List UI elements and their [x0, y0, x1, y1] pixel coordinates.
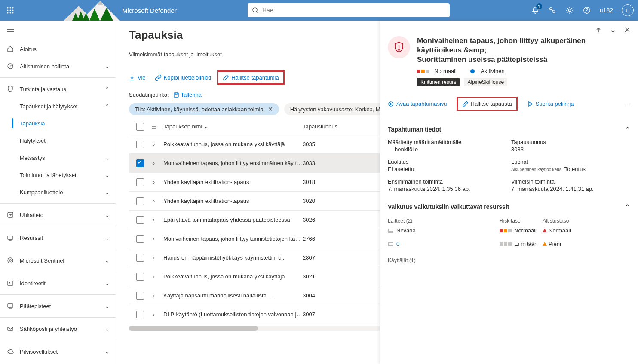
- notifications-icon[interactable]: 1: [531, 6, 540, 15]
- select-all-checkbox[interactable]: [136, 123, 144, 131]
- row-name: Yhden käyttäjän exfiltration-tapaus: [161, 179, 303, 185]
- row-id: 3026: [303, 217, 333, 223]
- list-icon[interactable]: [147, 124, 161, 130]
- nav-separator: [0, 272, 116, 272]
- expand-icon[interactable]: ›: [153, 198, 155, 204]
- row-checkbox[interactable]: [136, 235, 144, 243]
- nav-actions[interactable]: Toiminnot ja lähetykset ⌄: [0, 166, 116, 184]
- nav-email[interactable]: Sähköposti ja yhteistyö ⌄: [0, 320, 116, 337]
- row-checkbox[interactable]: [136, 197, 144, 205]
- panel-down-icon[interactable]: [610, 27, 617, 34]
- nav-assets[interactable]: Resurssit ⌄: [0, 229, 116, 246]
- chip-state[interactable]: Tila: Aktiivinen, käynnissä, odottaa asi…: [129, 103, 279, 115]
- nav-hunting[interactable]: Metsästys ⌄: [0, 149, 116, 166]
- col-name[interactable]: Tapauksen nimi ⌄: [161, 123, 303, 130]
- nav-exposure[interactable]: Altistumisen hallinta ⌄: [0, 58, 116, 75]
- more-actions-icon[interactable]: ⋯: [625, 101, 630, 107]
- svg-rect-35: [8, 304, 13, 307]
- assets-icon: [6, 234, 15, 241]
- row-checkbox[interactable]: [136, 178, 144, 186]
- row-checkbox[interactable]: [136, 311, 144, 318]
- col-id[interactable]: Tapaustunnus: [303, 123, 333, 130]
- laptop-icon: [388, 228, 394, 234]
- topbar: Microsoft Defender 1 u182 U: [0, 0, 638, 21]
- app-launcher-icon[interactable]: [0, 0, 21, 21]
- manage-incident-button[interactable]: Hallitse tapausta: [457, 97, 518, 111]
- expand-icon[interactable]: ›: [153, 292, 155, 299]
- svg-point-1: [10, 7, 11, 9]
- run-playbook-button[interactable]: Suorita pelikirja: [527, 101, 574, 107]
- nav-threat[interactable]: Uhkatieto ⌄: [0, 206, 116, 223]
- identity-icon: [6, 280, 15, 287]
- nav-home[interactable]: Aloitus: [0, 40, 116, 58]
- row-id: 3033: [303, 160, 333, 166]
- nav-sentinel-label: Microsoft Sentinel: [20, 257, 64, 264]
- help-icon[interactable]: [583, 6, 591, 15]
- nav-actions-label: Toiminnot ja lähetykset: [20, 172, 77, 178]
- section-details-header[interactable]: Tapahtuman tiedot ⌃: [388, 122, 630, 136]
- nav-separator: [0, 294, 116, 295]
- community-icon[interactable]: [548, 6, 557, 15]
- svg-point-22: [568, 9, 571, 11]
- device-name[interactable]: 0: [396, 241, 399, 247]
- svg-point-0: [7, 7, 9, 9]
- chip-severity[interactable]: Hälytysten vakavuusaste: Korkea, M: [284, 103, 386, 115]
- expand-icon[interactable]: ›: [153, 311, 155, 318]
- scrollbar-thumb[interactable]: [129, 326, 258, 331]
- devices-header-row: Laitteet (2) Riskitaso Altistustaso: [388, 218, 630, 224]
- nav-incidents-alerts[interactable]: Tapaukset ja hälytykset ⌃: [0, 98, 116, 115]
- device-row[interactable]: Nevada Normaali Normaali: [388, 224, 630, 237]
- expand-icon[interactable]: ›: [153, 179, 155, 185]
- panel-title: Monivaiheinen tapaus, johon liittyy alku…: [417, 36, 630, 64]
- device-exposure: Normaali: [549, 227, 571, 234]
- filter-save-button[interactable]: Tallenna: [173, 92, 202, 98]
- expand-icon[interactable]: ›: [153, 254, 155, 261]
- chevron-up-icon: ⌃: [625, 203, 630, 210]
- chip-remove-icon[interactable]: ✕: [268, 106, 273, 113]
- expand-icon[interactable]: ›: [153, 160, 155, 166]
- manage-incidents-button[interactable]: Hallitse tapahtumia: [217, 70, 285, 85]
- panel-up-icon[interactable]: [595, 27, 602, 34]
- row-name: Monivaiheinen tapaus, johon liittyy tunn…: [161, 236, 303, 242]
- open-incident-button[interactable]: Avaa tapahtumasivu: [388, 101, 447, 107]
- nav-investigate[interactable]: Tutkinta ja vastaus ⌃: [0, 80, 116, 98]
- chevron-down-icon: ⌄: [105, 155, 110, 161]
- device-row[interactable]: 0 Ei mitään Pieni: [388, 237, 630, 251]
- copy-link-button[interactable]: Kopioi luettelolinkki: [155, 74, 212, 81]
- nav-collapse-button[interactable]: [0, 23, 116, 40]
- nav-endpoints[interactable]: Päätepisteet ⌄: [0, 297, 116, 315]
- nav-identities[interactable]: Identiteetit ⌄: [0, 275, 116, 292]
- nav-identities-label: Identiteetit: [20, 280, 46, 287]
- nav-incidents-alerts-label: Tapaukset ja hälytykset: [20, 103, 77, 110]
- row-checkbox[interactable]: [136, 254, 144, 262]
- users-label: Käyttäjät (1): [388, 257, 630, 263]
- search-input[interactable]: [262, 7, 445, 14]
- expand-icon[interactable]: ›: [153, 141, 155, 147]
- nav-sentinel[interactable]: Microsoft Sentinel ⌄: [0, 252, 116, 269]
- nav-partner[interactable]: Kumppaniluettelo ⌄: [0, 184, 116, 201]
- nav-incidents[interactable]: Tapauksia: [0, 115, 116, 132]
- status-label: Aktiivinen: [481, 68, 505, 74]
- threat-icon: [6, 211, 15, 218]
- user-avatar[interactable]: U: [622, 4, 634, 16]
- row-checkbox[interactable]: [136, 159, 144, 167]
- panel-close-icon[interactable]: [624, 27, 630, 34]
- hamburger-icon: [6, 29, 15, 34]
- chevron-up-icon: ⌃: [625, 126, 630, 133]
- nav-cloud[interactable]: Pilvisovellukset ⌄: [0, 343, 116, 360]
- shield-icon: [6, 86, 15, 92]
- topbar-actions: 1 u182 U: [531, 4, 634, 16]
- expand-icon[interactable]: ›: [153, 217, 155, 223]
- nav-alerts[interactable]: Hälytykset: [0, 132, 116, 149]
- expand-icon[interactable]: ›: [153, 236, 155, 242]
- settings-icon[interactable]: [565, 6, 574, 15]
- export-button[interactable]: Vie: [129, 74, 146, 81]
- row-checkbox[interactable]: [136, 292, 144, 300]
- search-box[interactable]: [248, 3, 450, 17]
- svg-point-5: [12, 10, 14, 11]
- row-checkbox[interactable]: [136, 273, 144, 281]
- row-checkbox[interactable]: [136, 216, 144, 224]
- section-impact-header[interactable]: Vaikutus vaikutuksiin vaikuttavat resurs…: [388, 200, 630, 214]
- row-checkbox[interactable]: [136, 141, 144, 148]
- expand-icon[interactable]: ›: [153, 273, 155, 280]
